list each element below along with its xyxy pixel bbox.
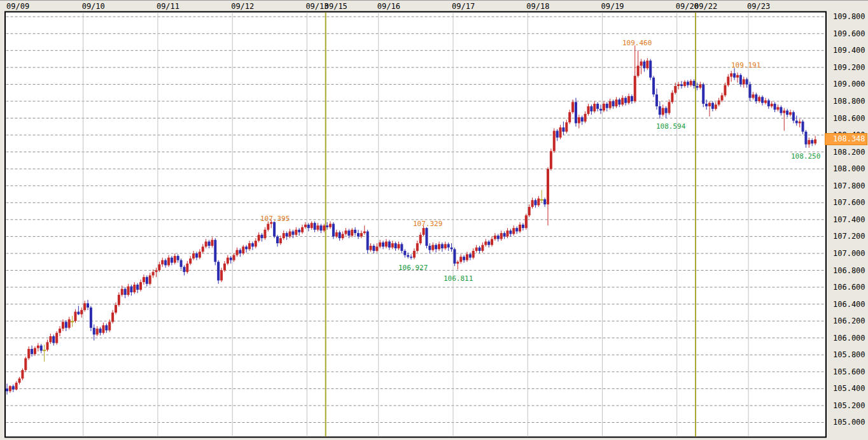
candle-body — [668, 102, 671, 113]
candle-body — [578, 117, 580, 123]
price-axis-label: 107.000 — [833, 248, 867, 259]
candle-body — [423, 228, 425, 235]
candle-body — [155, 271, 157, 273]
candle-body — [12, 386, 15, 389]
candle-body — [152, 272, 155, 275]
annotation-high-label: 109.191 — [731, 62, 760, 69]
candle-body — [354, 230, 356, 233]
candle-body — [202, 246, 204, 252]
candle-body — [802, 122, 804, 132]
candle-body — [403, 251, 406, 255]
price-axis-label: 105.200 — [833, 401, 867, 411]
candle-body — [375, 246, 378, 251]
price-axis-label: 108.600 — [833, 113, 867, 124]
candle-body — [814, 139, 816, 143]
candle-body — [367, 231, 369, 250]
candle-body — [500, 233, 503, 239]
candle-body — [581, 117, 584, 122]
candle-body — [391, 243, 394, 248]
candle-body — [584, 114, 587, 122]
candle-body — [363, 231, 366, 233]
candle-body — [87, 303, 89, 308]
candle-body — [512, 228, 515, 234]
candle-body — [62, 322, 64, 329]
candle-body — [456, 262, 459, 264]
candle-body — [102, 325, 104, 333]
candle-body — [515, 228, 518, 231]
candle-body — [167, 258, 170, 266]
candle-body — [525, 215, 528, 228]
candle-body — [603, 104, 605, 111]
candle-body — [323, 225, 325, 231]
price-axis-label: 107.800 — [833, 181, 867, 191]
date-axis-label: 09/18 — [526, 2, 549, 11]
date-axis-label: 09/15 — [325, 2, 347, 11]
candle-body — [18, 378, 21, 383]
candle-body — [662, 108, 664, 115]
candle-body — [379, 243, 381, 247]
candle-body — [199, 252, 201, 257]
candle-body — [640, 62, 643, 66]
candle-body — [6, 388, 8, 391]
candle-body — [624, 98, 627, 103]
candle-body — [451, 248, 453, 250]
candle-body — [183, 267, 185, 272]
price-axis-label: 109.000 — [833, 79, 867, 89]
candle-body — [565, 122, 568, 132]
annotation-low-label: 108.594 — [656, 123, 685, 131]
candle-body — [631, 96, 633, 101]
candle-body — [149, 275, 151, 283]
price-axis-label: 108.200 — [833, 147, 867, 157]
candle-body — [693, 81, 696, 86]
candle-body — [59, 329, 61, 333]
candle-body — [519, 225, 521, 232]
candle-body — [587, 106, 589, 114]
candle-body — [671, 93, 673, 103]
candle-body — [34, 348, 36, 354]
candle-body — [522, 225, 524, 228]
candle-body — [395, 243, 397, 248]
annotation-high-label: 107.395 — [260, 215, 290, 223]
candle-body — [398, 244, 400, 248]
date-axis-label: 09/09 — [6, 2, 29, 11]
candle-body — [472, 251, 475, 258]
candle-body — [205, 241, 207, 246]
candle-body — [248, 243, 251, 249]
candle-body — [776, 107, 779, 110]
candle-body — [447, 244, 450, 247]
candle-body — [531, 200, 534, 207]
candle-body — [733, 73, 736, 78]
candle-body — [410, 257, 412, 258]
candle-body — [326, 225, 328, 227]
candle-body — [575, 102, 577, 123]
candle-body — [195, 253, 198, 258]
candle-body — [659, 106, 661, 115]
candle-body — [174, 256, 176, 263]
candle-body — [690, 81, 692, 85]
candle-body — [599, 109, 602, 111]
candle-body — [612, 101, 615, 106]
candle-body — [792, 112, 795, 120]
candle-body — [568, 112, 571, 122]
candle-body — [752, 94, 754, 97]
candle-body — [111, 313, 114, 322]
candle-body — [189, 259, 192, 264]
candle-body — [400, 244, 403, 251]
candle-body — [90, 308, 92, 328]
candle-body — [438, 244, 440, 249]
candle-body — [186, 264, 188, 272]
candle-body — [795, 121, 798, 124]
candle-body — [494, 236, 496, 239]
candle-body — [407, 255, 409, 257]
candle-body — [503, 233, 506, 236]
candle-body — [24, 358, 27, 371]
annotation-high-label: 109.460 — [622, 39, 652, 47]
candle-body — [534, 200, 536, 205]
candle-body — [699, 84, 701, 87]
candle-body — [233, 255, 235, 260]
candle-body — [49, 336, 52, 342]
candle-body — [736, 75, 739, 78]
candle-body — [618, 99, 620, 104]
candle-body — [158, 264, 160, 270]
candle-body — [571, 102, 574, 112]
